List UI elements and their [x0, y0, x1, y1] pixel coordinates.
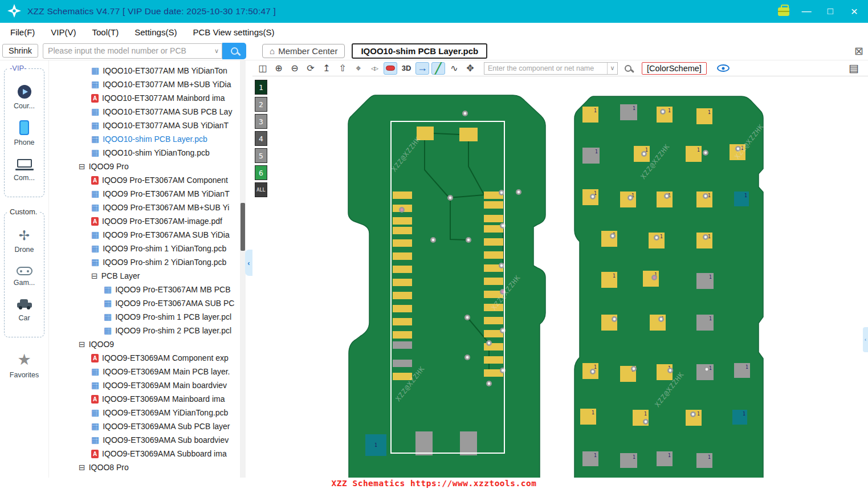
pcb-pad[interactable] — [393, 360, 412, 367]
tree-item[interactable]: ▦IQOO9-ET3069AMA Sub boardviev — [49, 433, 246, 447]
pcb-pad[interactable] — [393, 191, 412, 199]
tree-item[interactable]: ▦IQOO9 Pro-ET3067AMA SUB PC — [49, 296, 246, 310]
pcb-pad[interactable] — [484, 278, 503, 285]
briefcase-icon[interactable] — [778, 7, 789, 16]
layer-button-4[interactable]: 4 — [255, 131, 267, 146]
chevron-down-icon[interactable]: ∨ — [607, 63, 617, 74]
eye-icon[interactable] — [717, 64, 730, 72]
split-view-icon[interactable]: ◫ — [256, 62, 270, 75]
layer-up-icon[interactable]: ↥ — [320, 62, 333, 75]
layer-button-6[interactable]: 6 — [255, 165, 267, 180]
close-panel-icon[interactable]: ⊠ — [854, 44, 863, 58]
menu-vip[interactable]: VIP(V) — [51, 27, 76, 37]
net-search-icon[interactable] — [625, 65, 631, 72]
minimize-button[interactable]: — — [800, 6, 813, 17]
tree-item[interactable]: AIQOO9-ET3069AM Mainboard ima — [49, 392, 246, 406]
sidebar-item-car[interactable]: Car — [5, 297, 44, 322]
tree-item[interactable]: ⊟IQOO8 Pro — [49, 461, 246, 474]
right-collapse-handle[interactable]: ‹ — [863, 327, 868, 352]
tree-item[interactable]: ▦IQOO9-ET3069AMA Sub PCB layer — [49, 419, 246, 433]
pcb-pad[interactable] — [393, 331, 412, 339]
pcb-pad[interactable] — [484, 251, 503, 259]
sidebar-item-game[interactable]: Gam... — [5, 264, 44, 287]
collapse-icon[interactable]: ⊟ — [79, 463, 85, 472]
flip-horizontal-icon[interactable]: ◁▷ — [368, 62, 381, 75]
curve-tool-icon[interactable]: ∿ — [447, 62, 461, 75]
tree-item[interactable]: ⊟IQOO9 — [49, 337, 246, 351]
pcb-pad[interactable] — [484, 238, 503, 246]
pcb-pad[interactable] — [393, 239, 412, 247]
tree-item[interactable]: ▦IQOO9 Pro-ET3067AM MB+SUB Yi — [49, 201, 246, 214]
tree-item[interactable]: ▦IQOO10-ET3077AMA SUB YiDianT — [49, 119, 246, 132]
layer-button-all[interactable]: ALL — [255, 182, 267, 197]
tree-item[interactable]: ▦IQOO9 Pro-shim 1 PCB layer.pcl — [49, 310, 246, 324]
member-center-button[interactable]: ⌂ Member Center — [262, 44, 345, 58]
search-button[interactable] — [222, 43, 246, 59]
locate-tool-icon[interactable]: ⌖ — [352, 62, 365, 75]
close-button[interactable]: × — [847, 5, 861, 18]
layer-list-icon[interactable]: ▤ — [849, 62, 859, 75]
pcb-pad[interactable] — [484, 215, 503, 222]
maximize-button[interactable]: □ — [824, 6, 837, 17]
tree-item[interactable]: ▦IQOO9 Pro-ET3067AM MB PCB — [49, 283, 246, 296]
tree-item[interactable]: ▦IQOO9 Pro-shim 2 PCB layer.pcl — [49, 324, 246, 337]
tree-item[interactable]: ▦IQOO9 Pro-ET3067AMA SUB YiDia — [49, 228, 246, 242]
net-search-input[interactable] — [484, 64, 607, 72]
pcb-pad[interactable] — [393, 341, 412, 349]
pcb-pad[interactable] — [393, 266, 412, 273]
pcb-pad[interactable] — [393, 252, 412, 260]
layer-button-2[interactable]: 2 — [255, 97, 267, 112]
view-3d-icon[interactable]: 3D — [400, 62, 413, 75]
shrink-button[interactable]: Shrink — [2, 44, 38, 58]
tree-item[interactable]: ▦IQOO9 Pro-ET3067AM MB YiDianT — [49, 187, 246, 201]
tree-item[interactable]: AIQOO9-ET3069AMA Subboard ima — [49, 447, 246, 461]
colorscheme-button[interactable]: [ColorScheme] — [642, 62, 707, 75]
chevron-down-icon[interactable]: ∨ — [211, 47, 222, 55]
tree-item[interactable]: AIQOO10-ET3077AM Mainbord ima — [49, 91, 246, 105]
tab-pcb-document[interactable]: IQOO10-shim PCB Layer.pcb — [352, 43, 487, 59]
tree-item[interactable]: ▦IQOO9 Pro-shim 2 YiDianTong.pcb — [49, 255, 246, 269]
zoom-in-icon[interactable]: ⊕ — [272, 62, 286, 75]
layer-button-5[interactable]: 5 — [255, 148, 267, 163]
pcb-pad[interactable] — [393, 318, 412, 325]
zoom-out-icon[interactable]: ⊖ — [288, 62, 301, 75]
pcb-pad[interactable] — [484, 201, 503, 209]
sidebar-item-computer[interactable]: Com... — [5, 157, 44, 182]
tree-item[interactable]: ▦IQOO9-ET3069AM Main PCB layer. — [49, 365, 246, 378]
layer-top-icon[interactable]: ⇧ — [336, 62, 349, 75]
pcb-pad[interactable] — [393, 227, 412, 234]
pcb-pad[interactable] — [460, 431, 477, 455]
menu-settings[interactable]: Settings(S) — [135, 27, 177, 37]
sidebar-item-drone[interactable]: ✢ Drone — [5, 229, 44, 254]
pcb-pad[interactable] — [459, 128, 478, 141]
model-search-input[interactable] — [43, 46, 211, 55]
tree-item[interactable]: ▦IQOO9-ET3069AM Main boardviev — [49, 378, 246, 392]
tree-item[interactable]: ⊟IQOO9 Pro — [49, 160, 246, 173]
tree-item[interactable]: ⊟PCB Layer — [49, 269, 246, 283]
collapse-icon[interactable]: ⊟ — [79, 340, 85, 349]
tree-item[interactable]: ▦IQOO10-ET3077AMA SUB PCB Lay — [49, 105, 246, 119]
layer-button-3[interactable]: 3 — [255, 114, 267, 129]
sidebar-item-course[interactable]: Cour... — [5, 85, 44, 110]
sidebar-item-phone[interactable]: Phone — [5, 120, 44, 146]
scrollbar-thumb[interactable] — [241, 203, 245, 251]
jump-tool-icon[interactable]: → — [415, 62, 429, 75]
tree-scrollbar[interactable] — [240, 60, 246, 489]
pcb-pad[interactable] — [393, 292, 412, 299]
sidebar-item-favorites[interactable]: ★ Favorites — [0, 352, 48, 379]
collapse-icon[interactable]: ⊟ — [91, 271, 98, 280]
tree-item[interactable]: ▦IQOO10-shim PCB Layer.pcb — [49, 132, 246, 146]
tree-item[interactable]: ▦IQOO9-ET3069AM YiDianTong.pcb — [49, 406, 246, 419]
pcb-pad[interactable] — [484, 356, 503, 364]
tree-item[interactable]: ▦IQOO9 Pro-shim 1 YiDianTong.pcb — [49, 242, 246, 255]
tree-item[interactable]: ▦IQOO10-ET3077AM MB+SUB YiDia — [49, 78, 246, 91]
diagonal-measure-icon[interactable]: ╱ — [431, 62, 445, 75]
menu-tool[interactable]: Tool(T) — [92, 27, 119, 37]
layer-button-1[interactable]: 1 — [255, 80, 267, 95]
pcb-canvas[interactable]: 123456ALL 1XZZ@XZZHKXZZ@XZZHKXZZ@XZZHK11… — [252, 76, 868, 489]
tree-item[interactable]: AIQOO9 Pro-ET3067AM Component — [49, 173, 246, 187]
tree-item[interactable]: AIQOO9-ET3069AM Component exp — [49, 351, 246, 365]
pcb-pad[interactable] — [393, 305, 412, 312]
pan-tool-icon[interactable]: ✥ — [463, 62, 477, 75]
highlight-net-icon[interactable] — [384, 62, 397, 75]
